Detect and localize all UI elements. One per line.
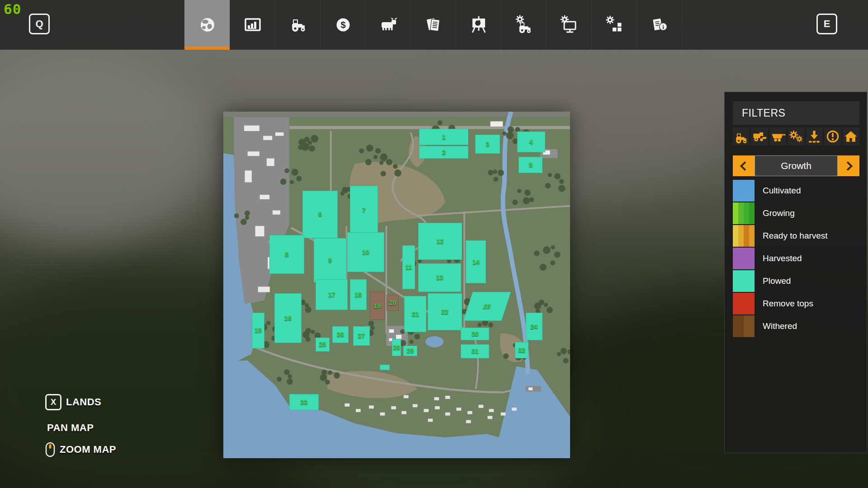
field-6[interactable]: 6 bbox=[302, 191, 338, 238]
legend-label: Cultivated bbox=[763, 186, 801, 196]
filter-trailer-button[interactable] bbox=[769, 127, 786, 145]
legend-swatch bbox=[733, 202, 755, 224]
field-22[interactable]: 22 bbox=[428, 293, 462, 330]
world-map[interactable]: 1234567891011121314151617181920212223242… bbox=[223, 112, 570, 458]
field-29[interactable]: 29 bbox=[403, 346, 417, 356]
field-4[interactable]: 4 bbox=[517, 131, 545, 152]
chevron-left-icon bbox=[740, 161, 749, 170]
field-8[interactable]: 8 bbox=[269, 235, 304, 274]
general-settings-blocks-icon bbox=[604, 14, 625, 36]
filter-icon-row bbox=[733, 127, 859, 145]
field-number: 13 bbox=[436, 274, 443, 281]
field-19[interactable]: 19 bbox=[370, 291, 385, 320]
house-icon bbox=[843, 128, 859, 145]
field-number: 16 bbox=[284, 314, 292, 322]
legend-label: Remove tops bbox=[763, 299, 813, 309]
field-17[interactable]: 17 bbox=[316, 279, 348, 310]
filter-gears-button[interactable] bbox=[788, 127, 804, 145]
field-30[interactable]: 30 bbox=[461, 328, 489, 340]
field-5[interactable]: 5 bbox=[519, 157, 542, 173]
legend-label: Harvested bbox=[763, 253, 802, 263]
tab-vehicles-tractor[interactable] bbox=[275, 0, 320, 50]
prev-menu-key-label: Q bbox=[35, 18, 43, 30]
field-number: 21 bbox=[412, 310, 419, 318]
zoom-map-label: ZOOM MAP bbox=[60, 444, 116, 455]
legend-row: Growing bbox=[733, 202, 859, 224]
map-globe-icon bbox=[197, 14, 218, 36]
tab-vehicle-settings-gear[interactable] bbox=[501, 0, 546, 50]
legend-swatch bbox=[733, 270, 755, 292]
filters-title: FILTERS bbox=[733, 101, 859, 125]
field-number: 20 bbox=[389, 299, 396, 306]
field-20[interactable]: 20 bbox=[387, 295, 399, 311]
tab-help-info[interactable]: i bbox=[637, 0, 682, 50]
legend-swatch bbox=[733, 225, 755, 247]
next-menu-key-label: E bbox=[824, 18, 830, 30]
pan-map-label: PAN MAP bbox=[47, 422, 94, 434]
field-number: 5 bbox=[529, 161, 533, 169]
tab-general-settings-blocks[interactable] bbox=[591, 0, 637, 50]
field-14[interactable]: 14 bbox=[466, 240, 486, 283]
legend-row: Remove tops bbox=[733, 293, 859, 314]
overlay-prev-button[interactable] bbox=[733, 155, 755, 176]
filter-harvester-button[interactable] bbox=[751, 127, 768, 145]
field-13[interactable]: 13 bbox=[418, 263, 461, 292]
filter-tractor-button[interactable] bbox=[733, 127, 750, 145]
tab-production-easel[interactable] bbox=[456, 0, 501, 50]
overlay-next-button[interactable] bbox=[838, 155, 859, 176]
filter-download-button[interactable] bbox=[806, 127, 823, 145]
field-number: 30 bbox=[472, 330, 479, 338]
tab-game-settings-monitor[interactable] bbox=[546, 0, 591, 50]
field-number: 4 bbox=[529, 138, 533, 145]
prev-menu-key-hint: Q bbox=[29, 14, 50, 34]
field-1[interactable]: 1 bbox=[419, 129, 468, 145]
field-18[interactable]: 18 bbox=[350, 279, 367, 310]
field-plot[interactable] bbox=[380, 365, 390, 370]
field-28[interactable]: 28 bbox=[392, 339, 401, 356]
field-27[interactable]: 27 bbox=[353, 326, 370, 346]
tab-statistics-chart[interactable] bbox=[230, 0, 275, 50]
statistics-chart-icon bbox=[242, 14, 264, 36]
filter-house-button[interactable] bbox=[843, 127, 859, 145]
field-24[interactable]: 24 bbox=[526, 313, 542, 340]
field-number: 19 bbox=[374, 302, 381, 310]
field-21[interactable]: 21 bbox=[404, 296, 426, 332]
field-number: 15 bbox=[255, 327, 262, 334]
field-16[interactable]: 16 bbox=[274, 293, 302, 343]
field-12[interactable]: 12 bbox=[418, 223, 462, 259]
field-15[interactable]: 15 bbox=[252, 313, 264, 348]
gears-icon bbox=[788, 128, 804, 145]
field-7[interactable]: 7 bbox=[350, 186, 378, 235]
field-number: 17 bbox=[328, 291, 335, 298]
tab-animals-cow[interactable] bbox=[365, 0, 410, 50]
field-31[interactable]: 31 bbox=[461, 344, 489, 358]
harvester-icon bbox=[751, 128, 768, 145]
fps-counter: 60 bbox=[4, 1, 21, 17]
tab-map-globe[interactable] bbox=[184, 0, 230, 50]
field-11[interactable]: 11 bbox=[402, 245, 415, 289]
field-number: 24 bbox=[530, 323, 538, 330]
tab-contracts-documents[interactable] bbox=[410, 0, 456, 50]
vehicle-settings-gear-icon bbox=[513, 14, 535, 36]
field-number: 10 bbox=[362, 249, 369, 256]
field-25[interactable]: 25 bbox=[316, 338, 330, 352]
tab-finances-dollar[interactable]: $ bbox=[320, 0, 365, 50]
download-icon bbox=[806, 128, 822, 145]
field-number: 3 bbox=[486, 141, 490, 148]
zoom-map-hint: ZOOM MAP bbox=[45, 442, 116, 457]
top-menu-bar: 60 Q $i E bbox=[0, 0, 868, 50]
field-26[interactable]: 26 bbox=[332, 326, 349, 343]
field-number: 2 bbox=[442, 149, 446, 156]
vehicles-tractor-icon bbox=[287, 14, 309, 36]
field-number: 25 bbox=[319, 341, 326, 348]
field-32[interactable]: 32 bbox=[515, 342, 528, 358]
field-33[interactable]: 33 bbox=[289, 394, 319, 410]
field-3[interactable]: 3 bbox=[475, 135, 500, 154]
svg-text:i: i bbox=[662, 23, 664, 30]
field-2[interactable]: 2 bbox=[419, 146, 468, 159]
field-10[interactable]: 10 bbox=[347, 232, 384, 272]
filter-warning-button[interactable] bbox=[824, 127, 841, 145]
field-9[interactable]: 9 bbox=[314, 238, 346, 282]
tractor-icon bbox=[733, 128, 750, 145]
map-overlay-selector: Growth bbox=[733, 155, 859, 176]
